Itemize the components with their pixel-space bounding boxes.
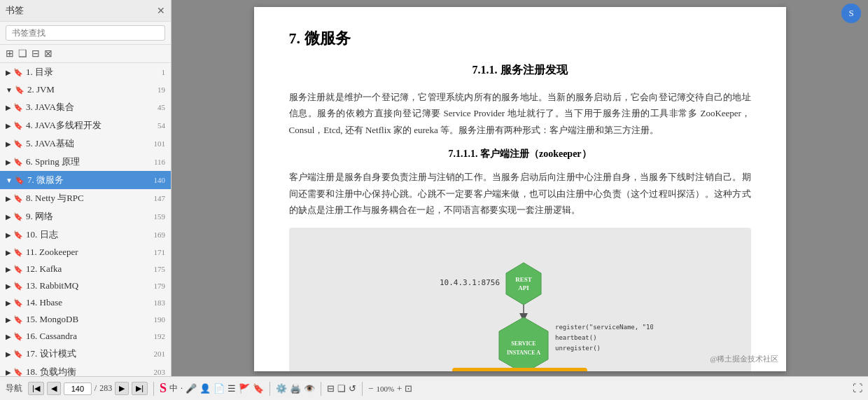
sidebar-item-item-13[interactable]: ▶🔖13. RabbitMQ179 [0,277,171,294]
bookmark-page-icon: 🔖 [13,350,23,359]
expand-arrow-icon: ▶ [6,249,11,256]
bookmark-page-icon: 🔖 [13,103,23,112]
bookmark-page-icon: 🔖 [15,85,24,95]
sidebar-item-item-12[interactable]: ▶🔖12. Kafka175 [0,261,171,277]
sidebar-item-item-14[interactable]: ▶🔖14. Hbase183 [0,294,171,311]
separator4 [362,382,363,396]
bookmark-page-icon: 🔖 [13,332,23,341]
zoom-in-button[interactable]: + [397,383,402,394]
first-page-button[interactable]: |◀ [28,382,44,395]
sidebar-item-page: 190 [154,315,166,324]
sidebar-item-page: 1 [162,68,166,76]
print-icon[interactable]: 🖨️ [290,383,301,394]
expand-arrow-icon: ▶ [6,231,11,239]
sidebar-panel: 书签 ✕ ⊞ ❑ ⊟ ⊠ ▶🔖1. 目录1▼🔖2. JVM19▶🔖3. JAVA… [0,0,172,376]
user-avatar-icon[interactable]: S [841,4,861,23]
fit-icon[interactable]: ⊡ [405,383,412,394]
expand-arrow-icon: ▶ [6,122,11,130]
app-logo-icon: S [160,381,167,396]
api-label: API [518,284,529,291]
expand-arrow-icon: ▶ [6,333,11,340]
bookmark-icon-3[interactable]: ⊟ [31,48,40,60]
diagram-container: 10.4.3.1:8756 REST API SERVICE INSTANCE … [289,228,751,371]
sidebar-item-item-16[interactable]: ▶🔖16. Cassandra192 [0,328,171,345]
sidebar-item-item-17[interactable]: ▶🔖17. 设计模式201 [0,345,171,363]
instance-label: INSTANCE A [506,350,540,356]
bookmark-page-icon: 🔖 [13,298,23,308]
layout-icon1[interactable]: ⊟ [327,383,335,394]
expand-arrow-icon: ▶ [6,213,11,221]
sidebar-item-label: 1. 目录 [26,66,159,78]
sidebar-item-item-7[interactable]: ▼🔖7. 微服务140 [0,171,171,189]
sidebar-item-page: 179 [154,282,166,290]
sidebar-item-page: 147 [154,194,166,202]
sidebar-item-label: 10. 日志 [26,228,151,241]
bookmark-page-icon: 🔖 [13,139,23,149]
user-icon[interactable]: 👤 [200,383,211,394]
bookmark-icon-1[interactable]: ⊞ [6,48,14,60]
para2: 客户端注册是服务自身要负责注册与注销的工作。当服务启动后向注册中心注册自身，当服… [289,169,751,218]
mic-icon[interactable]: 🎤 [186,383,197,394]
view-icon[interactable]: 👁️ [304,383,315,394]
next-page-button[interactable]: ▶ [115,382,129,395]
sidebar-item-item-3[interactable]: ▶🔖3. JAVA集合45 [0,98,171,116]
sidebar-item-item-11[interactable]: ▶🔖11. Zookeeper171 [0,244,171,261]
search-input[interactable] [6,25,165,41]
rotate-icon[interactable]: ↺ [349,383,356,394]
expand-arrow-icon: ▶ [6,299,11,307]
sidebar-item-page: 169 [154,230,166,239]
sidebar-header: 书签 ✕ [0,0,171,22]
list-icon[interactable]: ☰ [227,383,236,394]
service-label: SERVICE [511,340,536,347]
flag-icon[interactable]: 🚩 [239,383,250,394]
expand-arrow-icon: ▼ [6,86,13,94]
content-area: S 7. 微服务 7.1.1. 服务注册发现 服务注册就是维护一个登记簿，它管理… [172,0,868,376]
sidebar-item-item-5[interactable]: ▶🔖5. JAVA基础101 [0,135,171,153]
sidebar-item-item-2[interactable]: ▼🔖2. JVM19 [0,81,171,98]
bookmark-icon[interactable]: 🔖 [253,383,264,394]
sidebar-item-item-18[interactable]: ▶🔖18. 负载均衡203 [0,363,171,376]
expand-arrow-icon: ▶ [6,282,11,290]
sidebar-item-page: 54 [158,121,165,130]
sidebar-item-label: 16. Cassandra [26,331,151,342]
fullscreen-icon[interactable]: ⛶ [853,383,862,394]
separator2 [270,382,270,396]
para1: 服务注册就是维护一个登记簿，它管理系统内所有的服务地址。当新的服务启动后，它会向… [289,89,751,138]
doc-icon[interactable]: 📄 [214,383,225,394]
last-page-button[interactable]: ▶| [132,382,148,395]
bookmark-page-icon: 🔖 [13,315,23,324]
layout-icon2[interactable]: ❑ [337,383,346,394]
section-7-1-1-title: 7.1.1. 服务注册发现 [289,63,751,78]
sidebar-item-label: 3. JAVA集合 [26,101,155,113]
sidebar-item-item-4[interactable]: ▶🔖4. JAVA多线程开发54 [0,116,171,135]
separator1 [153,382,154,396]
sidebar-item-item-1[interactable]: ▶🔖1. 目录1 [0,63,171,81]
sidebar-item-page: 159 [154,212,166,221]
bookmark-icon-2[interactable]: ❑ [18,48,27,60]
sidebar-item-item-10[interactable]: ▶🔖10. 日志169 [0,226,171,244]
expand-arrow-icon: ▶ [6,158,11,166]
sidebar-item-item-8[interactable]: ▶🔖8. Netty 与RPC147 [0,189,171,207]
settings-icon[interactable]: ⚙️ [276,383,287,394]
bottom-toolbar: 导航 |◀ ◀ / 283 ▶ ▶| S 中 · 🎤 👤 📄 ☰ 🚩 🔖 ⚙️ … [0,376,868,400]
page-number-input[interactable] [64,382,92,395]
prev-page-button[interactable]: ◀ [47,382,61,395]
zoom-level: 100% [376,385,394,393]
bookmark-icon-4[interactable]: ⊠ [44,48,52,60]
sidebar-item-label: 14. Hbase [26,297,151,308]
sidebar-item-item-6[interactable]: ▶🔖6. Spring 原理116 [0,153,171,171]
sidebar-item-item-9[interactable]: ▶🔖9. 网络159 [0,207,171,226]
separator3 [321,382,321,396]
sidebar-item-label: 12. Kafka [26,263,151,275]
close-icon[interactable]: ✕ [157,5,165,17]
watermark: @稀土掘金技术社区 [710,354,778,364]
total-pages: 283 [99,383,112,394]
zoom-out-button[interactable]: − [368,383,373,394]
sidebar-item-label: 6. Spring 原理 [26,156,151,168]
bookmark-page-icon: 🔖 [15,176,24,185]
service-diagram: 10.4.3.1:8756 REST API SERVICE INSTANCE … [387,242,653,371]
bookmark-page-icon: 🔖 [13,68,23,77]
register-text3: unregister() [555,345,601,352]
sidebar-item-page: 19 [158,85,165,94]
sidebar-item-item-15[interactable]: ▶🔖15. MongoDB190 [0,311,171,328]
